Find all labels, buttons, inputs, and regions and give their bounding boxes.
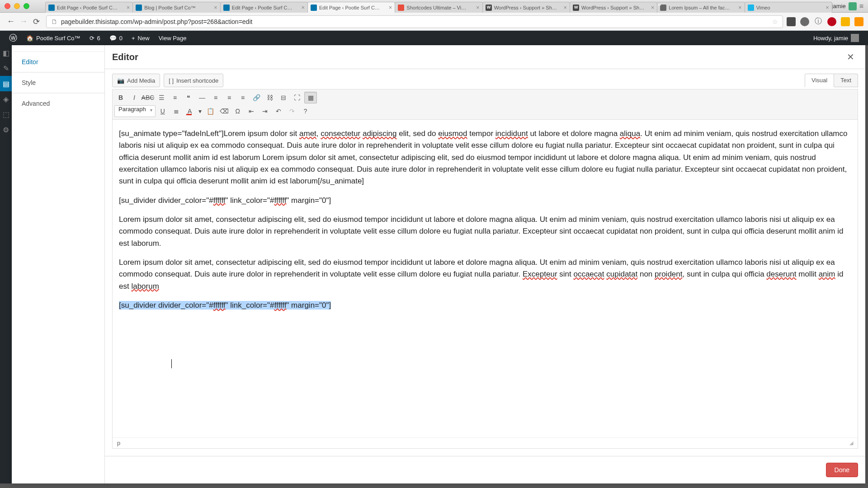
align-center-button[interactable]: ≡ [223,92,236,103]
update-icon: ⟳ [90,35,94,42]
menu-icon[interactable]: ✎ [0,61,12,76]
comments-menu[interactable]: 💬0 [105,31,127,45]
browser-tab[interactable]: Shortcodes Ultimate – Vi…× [395,2,482,13]
add-media-button[interactable]: 📷 Add Media [112,74,160,87]
view-page-link[interactable]: View Page [154,31,191,45]
bullet-list-button[interactable]: ☰ [155,92,168,103]
special-char-button[interactable]: Ω [231,105,244,117]
link-button[interactable]: 🔗 [250,92,263,103]
undo-button[interactable]: ↶ [272,105,285,117]
bookmark-star-icon[interactable]: ☆ [772,18,778,25]
pinterest-icon[interactable] [827,17,836,26]
tab-close-icon[interactable]: × [125,4,130,11]
tab-visual[interactable]: Visual [805,74,834,87]
mac-user-avatar[interactable] [849,2,857,10]
blockquote-button[interactable]: ❝ [182,92,195,103]
browser-tab[interactable]: Edit Page ‹ Pootle Surf C…× [220,2,308,13]
forward-button[interactable]: → [17,15,30,28]
text-color-button[interactable]: A [184,105,196,117]
tab-text[interactable]: Text [834,74,858,87]
tab-close-icon[interactable]: × [299,4,305,11]
extension-icon[interactable] [800,17,809,26]
tab-close-icon[interactable]: × [212,4,217,11]
sidebar-item-editor[interactable]: Editor [12,52,104,72]
browser-tab[interactable]: WordPress › Support » Sh…× [570,2,657,13]
clear-format-button[interactable]: ⌫ [218,105,231,117]
tab-label: Vimeo [756,5,770,10]
menu-icon[interactable]: ⬚ [0,107,12,122]
strikethrough-button[interactable]: ABC [142,92,154,103]
sidebar-item-style[interactable]: Style [12,72,104,93]
browser-tab[interactable]: WordPress › Support » Sh…× [482,2,570,13]
editor-content-area[interactable]: [su_animate type="fadeInLeft"]Lorem ipsu… [113,120,858,437]
reload-button[interactable]: ⟳ [30,15,42,28]
menu-icon[interactable]: ⚙ [0,122,12,137]
address-bar[interactable]: 🗋 pagebuilder.thisistap.com/wp-admin/pos… [46,15,783,28]
help-button[interactable]: ? [299,105,312,117]
window-close-button[interactable] [5,3,10,9]
outdent-button[interactable]: ⇤ [245,105,258,117]
window-zoom-button[interactable] [24,3,29,9]
tab-label: WordPress › Support » Sh… [494,5,557,10]
new-content-menu[interactable]: +New [127,31,154,45]
browser-tab[interactable]: Lorem Ipsum – All the fac…× [657,2,745,13]
menu-icon[interactable]: ▤ [0,76,12,91]
done-button[interactable]: Done [826,463,858,477]
wp-logo-menu[interactable]: ⓦ [5,31,22,45]
insert-shortcode-label: Insert shortcode [176,77,218,84]
fullscreen-button[interactable]: ⛶ [291,92,303,103]
site-name-menu[interactable]: 🏠Pootle Surf Co™ [22,31,85,45]
menu-icon[interactable]: ◈ [0,91,12,107]
browser-tab-active[interactable]: Edit Page ‹ Pootle Surf C…× [307,2,395,13]
hr-button[interactable]: — [196,92,208,103]
toolbar-toggle-button[interactable]: ▦ [304,92,317,103]
user-menu[interactable]: Howdy, jamie [809,31,863,45]
extension-icon[interactable] [841,17,850,26]
extension-icon[interactable] [787,17,796,26]
unlink-button[interactable]: ⛓ [264,92,276,103]
favicon [486,5,492,11]
tab-close-icon[interactable]: × [736,4,742,11]
underline-button[interactable]: U [156,105,169,117]
tab-label: Edit Page ‹ Pootle Surf C… [57,5,118,10]
dashboard-icon[interactable]: ◧ [0,45,12,61]
tab-close-icon[interactable]: × [561,4,567,11]
tab-close-icon[interactable]: × [474,4,480,11]
bold-button[interactable]: B [114,92,127,103]
italic-button[interactable]: I [128,92,141,103]
favicon [660,5,666,11]
insert-shortcode-button[interactable]: [ ] Insert shortcode [164,74,223,87]
chrome-menu-icon[interactable]: ≡ [859,2,863,10]
browser-toolbar: ← → ⟳ 🗋 pagebuilder.thisistap.com/wp-adm… [0,13,868,31]
wp-admin-bar: ⓦ 🏠Pootle Surf Co™ ⟳6 💬0 +New View Page … [0,31,868,45]
favicon [136,5,142,11]
numbered-list-button[interactable]: ≡ [169,92,181,103]
window-minimize-button[interactable] [14,3,20,9]
tab-close-icon[interactable]: × [387,4,392,11]
close-button[interactable]: ✕ [843,50,858,64]
updates-menu[interactable]: ⟳6 [85,31,105,45]
format-select[interactable]: Paragraph [114,105,156,117]
browser-tab[interactable]: Edit Page ‹ Pootle Surf C…× [45,2,133,13]
favicon [748,5,754,11]
browser-tab[interactable]: Blog | Pootle Surf Co™× [132,2,220,13]
extension-icon[interactable]: ⓘ [814,17,823,26]
indent-button[interactable]: ⇥ [259,105,271,117]
resize-handle[interactable]: ◢ [849,440,853,446]
tab-close-icon[interactable]: × [649,4,655,11]
back-button[interactable]: ← [5,15,17,28]
redo-button[interactable]: ↷ [286,105,298,117]
home-icon: 🏠 [26,35,33,42]
extension-icon[interactable] [854,17,863,26]
element-path[interactable]: p [117,440,120,446]
browser-tab[interactable]: Vimeo× [745,2,832,13]
align-left-button[interactable]: ≡ [209,92,222,103]
tab-close-icon[interactable]: × [824,4,829,11]
text-color-dropdown[interactable]: ▾ [197,105,203,117]
paste-text-button[interactable]: 📋 [204,105,217,117]
page-icon: 🗋 [51,18,57,25]
justify-button[interactable]: ≣ [170,105,183,117]
sidebar-item-advanced[interactable]: Advanced [12,93,104,113]
readmore-button[interactable]: ⊟ [277,92,290,103]
align-right-button[interactable]: ≡ [236,92,249,103]
